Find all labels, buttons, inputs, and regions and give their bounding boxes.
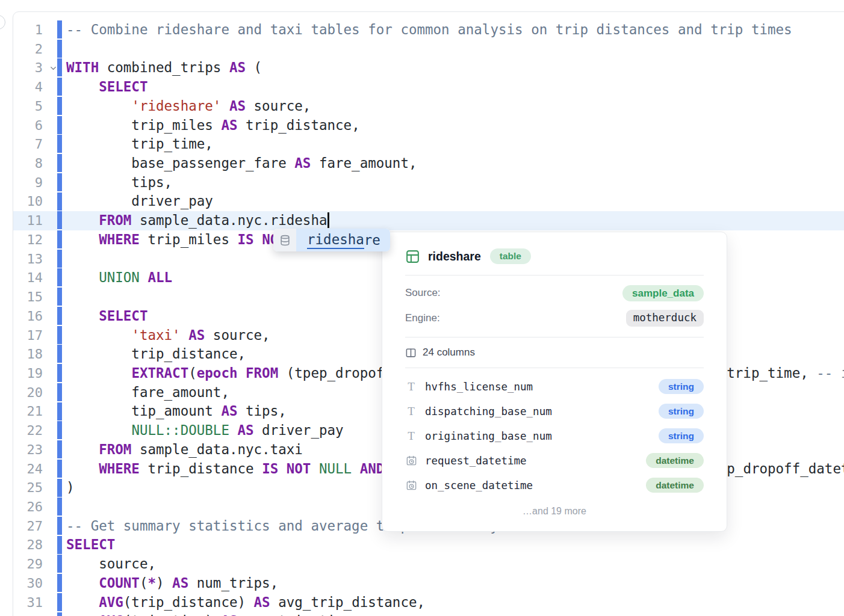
code-text: UNION ALL	[66, 268, 172, 288]
calendar-clock-icon	[405, 479, 417, 491]
code-line[interactable]: 2	[13, 40, 844, 59]
code-line[interactable]: 32 AVG(trip_time) AS avg_trip_time,	[13, 612, 844, 616]
column-row: Tdispatching_base_numstring	[405, 399, 704, 424]
line-number: 15	[13, 288, 43, 307]
changed-lines-indicator-bar	[57, 20, 62, 616]
engine-label: Engine:	[405, 312, 440, 324]
columns-list: Thvfhs_license_numstringTdispatching_bas…	[405, 368, 704, 497]
table-kind-badge: table	[490, 248, 531, 264]
line-number: 13	[13, 250, 43, 269]
text-icon: T	[405, 405, 417, 417]
line-number: 27	[13, 517, 43, 536]
column-row: Toriginating_base_numstring	[405, 424, 704, 448]
column-name: on_scene_datetime	[425, 479, 638, 491]
code-text: 'taxi' AS source,	[66, 326, 270, 345]
code-text: tips,	[66, 173, 172, 192]
code-text: fare_amount,	[66, 383, 229, 402]
code-line[interactable]: 9 tips,	[13, 173, 844, 192]
line-number: 14	[13, 268, 43, 288]
code-text: base_passenger_fare AS fare_amount,	[66, 154, 417, 173]
line-number: 19	[13, 364, 43, 383]
code-line[interactable]: 11 FROM sample_data.nyc.ridesha	[13, 211, 844, 230]
code-text: SELECT	[66, 307, 147, 326]
line-number: 28	[13, 535, 43, 555]
code-text: source,	[66, 555, 156, 574]
code-line[interactable]: 30 COUNT(*) AS num_trips,	[13, 574, 844, 593]
code-line[interactable]: 8 base_passenger_fare AS fare_amount,	[13, 154, 844, 173]
code-line[interactable]: 3WITH combined_trips AS (	[13, 58, 844, 78]
line-number: 24	[13, 460, 43, 479]
column-type-badge: datetime	[646, 453, 704, 469]
autocomplete-match-text: ridesha	[307, 232, 364, 249]
line-number: 10	[13, 192, 43, 211]
collapse-sidebar-button[interactable]	[0, 15, 5, 29]
line-number: 2	[13, 40, 43, 59]
code-line[interactable]: 29 source,	[13, 555, 844, 574]
app-root: { "editor": { "language": "sql", "active…	[0, 0, 844, 616]
table-icon	[405, 249, 420, 264]
line-number: 16	[13, 307, 43, 326]
code-line[interactable]: 10 driver_pay	[13, 192, 844, 211]
code-line[interactable]: 31 AVG(trip_distance) AS avg_trip_distan…	[13, 593, 844, 612]
line-number: 9	[13, 173, 43, 192]
source-label: Source:	[405, 287, 441, 299]
engine-field: Engine: motherduck	[405, 306, 704, 331]
line-number: 8	[13, 154, 43, 173]
code-text: SELECT	[66, 535, 115, 555]
tooltip-header: rideshare table	[405, 247, 704, 266]
line-number: 5	[13, 97, 43, 116]
line-number: 1	[13, 20, 43, 40]
column-type-badge: string	[659, 428, 704, 444]
code-text: SELECT	[66, 78, 147, 97]
code-text: AVG(trip_time) AS avg_trip_time,	[66, 612, 360, 616]
line-number: 3	[13, 58, 43, 78]
line-number: 7	[13, 135, 43, 154]
code-line[interactable]: 4 SELECT	[13, 78, 844, 97]
code-text: COUNT(*) AS num_trips,	[66, 574, 278, 593]
line-number: 31	[13, 593, 43, 612]
line-number: 25	[13, 478, 43, 497]
text-icon: T	[405, 381, 417, 392]
line-number: 18	[13, 345, 43, 364]
line-number: 23	[13, 440, 43, 460]
text-icon: T	[405, 430, 417, 442]
column-name: request_datetime	[425, 455, 638, 467]
code-line[interactable]: 28SELECT	[13, 535, 844, 555]
code-line[interactable]: 5 'rideshare' AS source,	[13, 97, 844, 116]
code-text: FROM sample_data.nyc.taxi	[66, 440, 303, 460]
autocomplete-item-rideshare[interactable]: rideshare	[296, 229, 390, 251]
line-number: 22	[13, 421, 43, 440]
code-line[interactable]: 7 trip_time,	[13, 135, 844, 154]
column-row: on_scene_datetimedatetime	[405, 473, 704, 497]
code-text: -- Combine rideshare and taxi tables for…	[66, 20, 792, 40]
code-text: AVG(trip_distance) AS avg_trip_distance,	[66, 593, 425, 612]
column-name: dispatching_base_num	[425, 405, 651, 417]
autocomplete-popup: rideshare	[273, 229, 390, 251]
code-line[interactable]: 6 trip_miles AS trip_distance,	[13, 116, 844, 135]
code-text: NULL::DOUBLE AS driver_pay	[66, 421, 344, 440]
columns-icon	[405, 347, 417, 359]
line-number: 11	[13, 211, 43, 230]
column-type-badge: datetime	[646, 478, 704, 493]
code-text: tip_amount AS tips,	[66, 402, 287, 421]
column-type-badge: string	[659, 379, 704, 395]
code-text: trip_time,	[66, 135, 213, 154]
code-text: )	[66, 478, 75, 497]
source-value-badge: sample_data	[622, 285, 704, 301]
column-name: originating_base_num	[425, 430, 651, 442]
autocomplete-rest-text: re	[364, 232, 380, 248]
engine-value-badge: motherduck	[626, 310, 704, 327]
code-line[interactable]: 1-- Combine rideshare and taxi tables fo…	[13, 20, 844, 40]
more-columns-label: …and 19 more	[405, 506, 704, 517]
table-info-tooltip: rideshare table Source: sample_data Engi…	[382, 232, 727, 532]
column-row: request_datetimedatetime	[405, 448, 704, 473]
code-text: driver_pay	[66, 192, 213, 211]
tooltip-fields: Source: sample_data Engine: motherduck	[405, 276, 704, 331]
code-text: trip_miles AS trip_distance,	[66, 116, 360, 135]
code-text: FROM sample_data.nyc.ridesha	[66, 211, 329, 230]
database-icon	[273, 229, 296, 251]
line-number: 21	[13, 402, 43, 421]
columns-count-label: 24 columns	[423, 346, 475, 359]
line-number: 17	[13, 326, 43, 345]
source-field: Source: sample_data	[405, 280, 704, 306]
